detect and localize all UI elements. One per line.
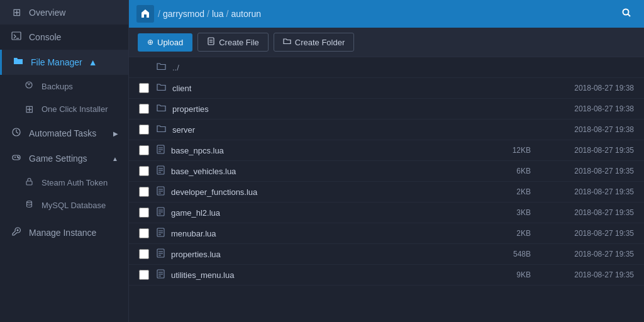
sidebar-item-manage-instance[interactable]: Manage Instance (0, 219, 128, 247)
sidebar-item-steam-auth-token[interactable]: Steam Auth Token (0, 171, 128, 194)
svg-point-10 (26, 201, 31, 203)
file-size-game-hl2: 3KB (480, 208, 531, 217)
sep3: / (226, 9, 229, 19)
checkbox-server[interactable] (139, 125, 149, 135)
breadcrumb-lua[interactable]: lua (212, 9, 224, 19)
file-date-utilities-menu: 2018-08-27 19:35 (546, 270, 634, 279)
sep2: / (207, 9, 209, 19)
sidebar-label-backups: Backups (42, 82, 73, 91)
search-button[interactable] (616, 5, 636, 23)
console-icon (10, 31, 23, 43)
create-file-button[interactable]: Create File (197, 33, 269, 52)
file-list: ../ client 2018-08-27 19:38 p (129, 57, 644, 322)
file-name-parent: ../ (172, 63, 480, 72)
file-name-developer-functions: developer_functions.lua (171, 187, 480, 197)
sidebar-label-automated-tasks: Automated Tasks (29, 128, 96, 138)
lock-icon (23, 177, 35, 188)
checkbox-base-vehicles[interactable] (139, 166, 149, 176)
file-row-server[interactable]: server 2018-08-27 19:38 (129, 119, 644, 140)
svg-rect-9 (26, 181, 32, 185)
breadcrumb-autorun[interactable]: autorun (231, 9, 261, 19)
file-icon-developer-functions (157, 186, 165, 197)
create-file-label: Create File (219, 38, 259, 47)
sidebar-item-console[interactable]: Console (0, 25, 128, 50)
file-icon-properties-lua (157, 248, 165, 260)
folder-icon-server (157, 124, 166, 135)
chevron-game-icon: ▲ (112, 155, 118, 162)
tasks-icon (10, 127, 23, 140)
file-date-menubar: 2018-08-27 19:35 (546, 229, 634, 238)
file-name-properties-lua: properties.lua (171, 250, 480, 259)
file-date-developer-functions: 2018-08-27 19:35 (546, 187, 634, 196)
file-date-properties-lua: 2018-08-27 19:35 (546, 250, 634, 258)
file-icon-base-vehicles (157, 165, 165, 177)
file-name-menubar: menubar.lua (171, 229, 480, 238)
breadcrumb-home-icon[interactable] (136, 5, 154, 23)
sidebar-item-one-click-installer[interactable]: ⊞ One Click Installer (0, 97, 128, 121)
file-date-client: 2018-08-27 19:38 (546, 84, 634, 92)
sidebar-item-file-manager[interactable]: File Manager ▲ (0, 50, 128, 75)
sidebar-item-backups[interactable]: Backups (0, 75, 128, 97)
checkbox-menubar[interactable] (139, 228, 149, 238)
sidebar-label-game-settings: Game Settings (29, 153, 87, 164)
create-folder-button[interactable]: Create Folder (274, 33, 354, 52)
upload-button[interactable]: ⊕ Upload (138, 33, 192, 52)
sidebar-item-automated-tasks[interactable]: Automated Tasks ▶ (0, 121, 128, 146)
file-row-developer-functions[interactable]: developer_functions.lua 2KB 2018-08-27 1… (129, 182, 644, 203)
checkbox-utilities-menu[interactable] (139, 270, 149, 280)
sidebar-item-mysql-database[interactable]: MySQL Database (0, 194, 128, 216)
file-date-game-hl2: 2018-08-27 19:35 (546, 208, 634, 217)
file-row-properties[interactable]: properties 2018-08-27 19:38 (129, 99, 644, 119)
folder-icon-client (157, 82, 166, 94)
checkbox-client[interactable] (139, 83, 149, 93)
svg-point-12 (623, 9, 629, 15)
file-size-developer-functions: 2KB (480, 187, 531, 196)
sidebar-label-console: Console (29, 32, 61, 42)
svg-point-7 (17, 157, 18, 157)
folder-open-icon (12, 56, 25, 69)
svg-point-8 (18, 157, 19, 158)
file-size-menubar: 2KB (480, 229, 531, 238)
file-row-base-vehicles[interactable]: base_vehicles.lua 6KB 2018-08-27 19:35 (129, 161, 644, 182)
file-row-menubar[interactable]: menubar.lua 2KB 2018-08-27 19:35 (129, 223, 644, 244)
file-name-server: server (172, 125, 480, 135)
file-icon-base-npcs (157, 145, 165, 156)
breadcrumb-garrysmod[interactable]: garrysmod (163, 9, 204, 19)
file-date-properties: 2018-08-27 19:38 (546, 104, 634, 113)
file-row-base-npcs[interactable]: base_npcs.lua 12KB 2018-08-27 19:35 (129, 140, 644, 161)
upload-label: Upload (157, 38, 183, 47)
file-row-client[interactable]: client 2018-08-27 19:38 (129, 78, 644, 99)
file-row-game-hl2[interactable]: game_hl2.lua 3KB 2018-08-27 19:35 (129, 203, 644, 223)
sidebar-label-mysql: MySQL Database (42, 201, 106, 210)
file-icon-game-hl2 (157, 207, 165, 218)
sidebar: ⊞ Overview Console File Manager ▲ (0, 0, 129, 322)
upload-icon: ⊕ (147, 38, 153, 47)
file-row-utilities-menu[interactable]: utilities_menu.lua 9KB 2018-08-27 19:35 (129, 265, 644, 286)
database-icon (23, 199, 35, 211)
file-date-base-vehicles: 2018-08-27 19:35 (546, 167, 634, 175)
file-name-game-hl2: game_hl2.lua (171, 208, 480, 218)
checkbox-developer-functions[interactable] (139, 187, 149, 197)
checkbox-properties[interactable] (139, 104, 149, 114)
file-date-server: 2018-08-27 19:38 (546, 125, 634, 134)
sidebar-label-manage-instance: Manage Instance (29, 228, 96, 238)
sidebar-label-overview: Overview (29, 8, 65, 18)
checkbox-base-npcs[interactable] (139, 145, 149, 155)
file-row-parent[interactable]: ../ (129, 57, 644, 78)
folder-icon-properties (157, 103, 166, 114)
file-icon-menubar (157, 228, 165, 239)
checkbox-game-hl2[interactable] (139, 208, 149, 218)
toolbar: ⊕ Upload Create File Create Folder (129, 28, 644, 57)
sidebar-item-game-settings[interactable]: Game Settings ▲ (0, 146, 128, 171)
file-name-base-npcs: base_npcs.lua (171, 146, 480, 155)
file-size-base-npcs: 12KB (480, 146, 531, 155)
sidebar-item-overview[interactable]: ⊞ Overview (0, 0, 128, 25)
file-size-properties-lua: 548B (480, 250, 531, 258)
checkbox-properties-lua[interactable] (139, 249, 149, 259)
file-name-properties: properties (172, 104, 480, 114)
file-size-base-vehicles: 6KB (480, 167, 531, 175)
chevron-icon: ▲ (89, 57, 97, 67)
svg-point-11 (17, 230, 19, 231)
file-row-properties-lua[interactable]: properties.lua 548B 2018-08-27 19:35 (129, 244, 644, 265)
sidebar-label-one-click-installer: One Click Installer (42, 104, 108, 114)
